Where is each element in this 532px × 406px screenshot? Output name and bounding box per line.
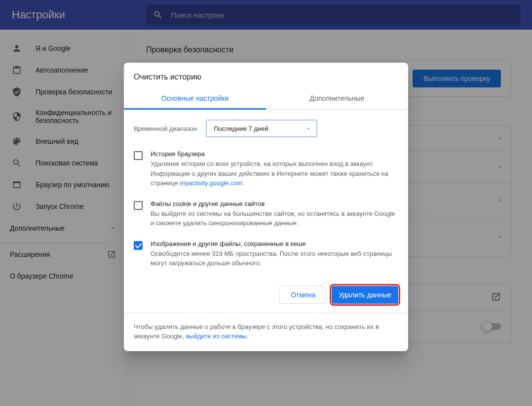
dropdown-icon <box>305 125 311 131</box>
dialog-footer: Чтобы удалить данные о работе в браузере… <box>124 313 408 351</box>
delete-data-button[interactable]: Удалить данные <box>332 286 398 304</box>
dialog-actions: Отмена Удалить данные <box>124 274 408 313</box>
opt-desc: Освободится менее 319 МБ пространства. П… <box>151 249 398 268</box>
opt-desc: Удаление истории со всех устройств, на к… <box>151 159 398 188</box>
clear-history-dialog: Очистить историю Основные настройки Допо… <box>124 63 408 351</box>
option-cache: Изображения и другие файлы, сохраненные … <box>134 234 398 274</box>
option-cookies: Файлы cookie и другие данные сайтов Вы в… <box>134 194 398 234</box>
dialog-tabs: Основные настройки Дополнительные <box>124 87 408 110</box>
opt-title: Файлы cookie и другие данные сайтов <box>151 200 398 207</box>
range-value: Последние 7 дней <box>214 125 268 132</box>
myactivity-link[interactable]: myactivity.google.com <box>180 179 243 187</box>
opt-title: Изображения и другие файлы, сохраненные … <box>151 240 398 247</box>
checkbox-cache[interactable] <box>134 241 143 250</box>
opt-title: История браузера <box>151 150 398 158</box>
time-range-row: Временной диапазон Последние 7 дней <box>124 110 408 142</box>
opt-desc: Вы выйдете из системы на большинстве сай… <box>151 209 398 228</box>
checkbox-history[interactable] <box>134 151 143 160</box>
dialog-title: Очистить историю <box>124 63 408 83</box>
option-history: История браузера Удаление истории со все… <box>134 144 398 194</box>
checkbox-cookies[interactable] <box>134 201 143 210</box>
options-list: История браузера Удаление истории со все… <box>124 142 408 274</box>
range-label: Временной диапазон <box>134 125 197 132</box>
cancel-button[interactable]: Отмена <box>279 286 327 304</box>
tab-advanced[interactable]: Дополнительные <box>266 87 408 109</box>
signout-link[interactable]: выйдите из системы <box>186 332 246 340</box>
tab-basic[interactable]: Основные настройки <box>124 87 266 109</box>
time-range-select[interactable]: Последние 7 дней <box>206 120 317 137</box>
